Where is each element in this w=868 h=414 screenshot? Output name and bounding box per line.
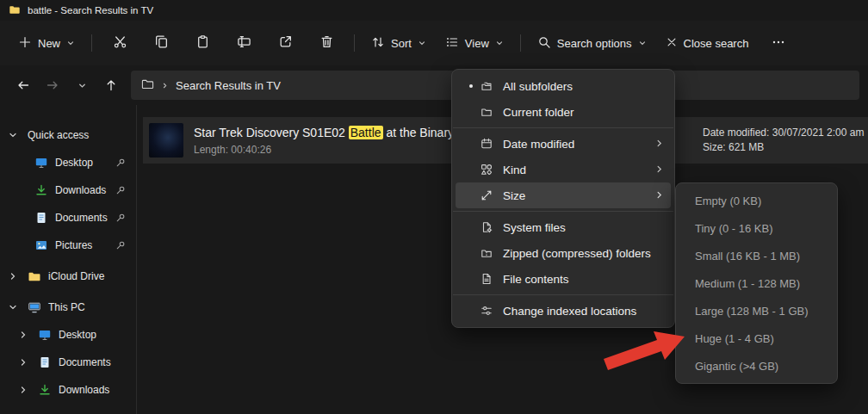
chevron-down-icon bbox=[638, 37, 647, 50]
chevron-right-icon[interactable] bbox=[19, 358, 38, 367]
trash-icon bbox=[319, 34, 334, 52]
menu-item-current-folder[interactable]: Current folder bbox=[456, 99, 671, 125]
copy-icon bbox=[154, 34, 169, 52]
pin-icon bbox=[115, 185, 126, 198]
menu-item-change-indexed-locations[interactable]: Change indexed locations bbox=[456, 298, 671, 324]
titlebar: battle - Search Results in TV bbox=[0, 0, 868, 21]
sidebar-label: iCloud Drive bbox=[48, 270, 104, 282]
sidebar-item-pc-downloads[interactable]: Downloads bbox=[0, 378, 136, 402]
submenu-item-large[interactable]: Large (128 MB - 1 GB) bbox=[679, 297, 834, 324]
subfolders-icon bbox=[480, 79, 503, 93]
sidebar-item-desktop[interactable]: Desktop bbox=[0, 151, 136, 175]
pin-icon bbox=[115, 213, 126, 226]
chevron-right-icon bbox=[161, 79, 169, 92]
delete-button[interactable] bbox=[309, 28, 344, 58]
cut-button[interactable] bbox=[102, 28, 137, 58]
rename-icon bbox=[237, 34, 251, 52]
sidebar-label: Downloads bbox=[59, 384, 109, 396]
sidebar-item-pc-desktop[interactable]: Desktop bbox=[0, 323, 136, 347]
chevron-right-icon[interactable] bbox=[19, 331, 38, 339]
share-icon bbox=[278, 34, 293, 52]
menu-item-system-files[interactable]: System files bbox=[456, 214, 671, 240]
navigation-pane: Quick access Desktop Downloads Documents… bbox=[0, 105, 137, 414]
sidebar-label: Quick access bbox=[28, 129, 89, 141]
menu-item-all-subfolders[interactable]: All subfolders bbox=[456, 73, 671, 99]
search-options-menu: All subfolders Current folder Date modif… bbox=[451, 69, 675, 328]
sidebar-item-pc-documents[interactable]: Documents bbox=[0, 350, 136, 374]
sidebar-item-downloads[interactable]: Downloads bbox=[0, 178, 136, 202]
chevron-down-icon bbox=[495, 37, 504, 50]
plus-icon bbox=[18, 35, 32, 52]
sidebar-item-quick-access[interactable]: Quick access bbox=[0, 123, 136, 147]
new-button[interactable]: New bbox=[9, 28, 84, 58]
chevron-right-icon[interactable] bbox=[19, 386, 38, 394]
submenu-item-medium[interactable]: Medium (1 - 128 MB) bbox=[679, 269, 834, 297]
radio-selected-dot bbox=[462, 84, 480, 88]
file-explorer-window: { "window": { "title": "battle - Search … bbox=[0, 0, 868, 414]
submenu-chevron-icon bbox=[654, 164, 664, 176]
sidebar-item-icloud-drive[interactable]: iCloud Drive bbox=[0, 264, 136, 288]
back-button[interactable] bbox=[9, 71, 38, 99]
submenu-item-small[interactable]: Small (16 KB - 1 MB) bbox=[679, 242, 834, 269]
sidebar-label: Documents bbox=[59, 356, 111, 368]
menu-item-zipped-folders[interactable]: Zipped (compressed) folders bbox=[456, 240, 671, 266]
close-search-label: Close search bbox=[684, 37, 749, 50]
paste-button[interactable] bbox=[185, 28, 220, 58]
downloads-icon bbox=[38, 383, 59, 397]
command-bar: New Sort View Search options Close searc… bbox=[0, 21, 868, 65]
chevron-down-icon bbox=[66, 37, 75, 50]
search-options-button[interactable]: Search options bbox=[528, 28, 656, 58]
pin-icon bbox=[115, 158, 126, 170]
search-icon bbox=[537, 35, 551, 52]
search-options-label: Search options bbox=[557, 37, 632, 50]
location-folder-icon bbox=[141, 77, 154, 93]
result-details: Date modified: 30/07/2021 2:00 am Size: … bbox=[703, 126, 864, 155]
submenu-item-empty[interactable]: Empty (0 KB) bbox=[679, 187, 834, 214]
close-search-button[interactable]: Close search bbox=[656, 28, 759, 58]
sidebar-label: Desktop bbox=[55, 157, 93, 169]
chevron-down-icon bbox=[78, 81, 87, 90]
submenu-chevron-icon bbox=[654, 138, 664, 151]
sidebar-label: Pictures bbox=[55, 239, 92, 251]
chevron-down-icon[interactable] bbox=[9, 303, 28, 312]
submenu-item-tiny[interactable]: Tiny (0 - 16 KB) bbox=[679, 214, 834, 242]
share-button[interactable] bbox=[268, 28, 302, 58]
chevron-right-icon[interactable] bbox=[9, 272, 28, 281]
sort-button[interactable]: Sort bbox=[362, 28, 436, 58]
sidebar-item-pictures[interactable]: Pictures bbox=[0, 233, 136, 257]
menu-item-kind[interactable]: Kind bbox=[456, 157, 671, 182]
menu-item-date-modified[interactable]: Date modified bbox=[456, 131, 671, 157]
desktop-icon bbox=[34, 156, 55, 170]
system-file-gear-icon bbox=[480, 220, 503, 234]
window-title: battle - Search Results in TV bbox=[28, 5, 153, 15]
chevron-down-icon[interactable] bbox=[9, 131, 28, 139]
clipboard-icon bbox=[195, 34, 210, 52]
more-options-button[interactable] bbox=[761, 28, 796, 58]
rename-button[interactable] bbox=[226, 28, 261, 58]
copy-button[interactable] bbox=[144, 28, 178, 58]
up-button[interactable] bbox=[96, 71, 126, 99]
menu-item-file-contents[interactable]: File contents bbox=[456, 266, 671, 292]
sidebar-item-this-pc[interactable]: This PC bbox=[0, 295, 136, 319]
separator bbox=[91, 34, 92, 52]
file-contents-icon bbox=[480, 272, 503, 286]
scissors-icon bbox=[113, 34, 127, 52]
view-button-label: View bbox=[465, 37, 489, 50]
submenu-chevron-icon bbox=[654, 189, 664, 202]
menu-separator bbox=[453, 294, 673, 295]
submenu-item-gigantic[interactable]: Gigantic (>4 GB) bbox=[679, 352, 834, 380]
size-resize-icon bbox=[480, 188, 503, 202]
sort-icon bbox=[371, 35, 385, 52]
menu-item-size[interactable]: Size bbox=[456, 182, 671, 208]
video-thumbnail bbox=[149, 123, 183, 158]
forward-button[interactable] bbox=[38, 71, 67, 99]
sidebar-item-documents[interactable]: Documents bbox=[0, 206, 136, 230]
arrow-left-icon bbox=[16, 78, 30, 92]
indexed-locations-icon bbox=[480, 304, 503, 318]
separator bbox=[354, 34, 355, 52]
recent-locations-button[interactable] bbox=[67, 71, 96, 99]
desktop-icon bbox=[38, 328, 59, 342]
submenu-item-huge[interactable]: Huge (1 - 4 GB) bbox=[679, 324, 834, 352]
view-button[interactable]: View bbox=[436, 28, 513, 58]
result-length: Length: 00:40:26 bbox=[194, 144, 454, 156]
